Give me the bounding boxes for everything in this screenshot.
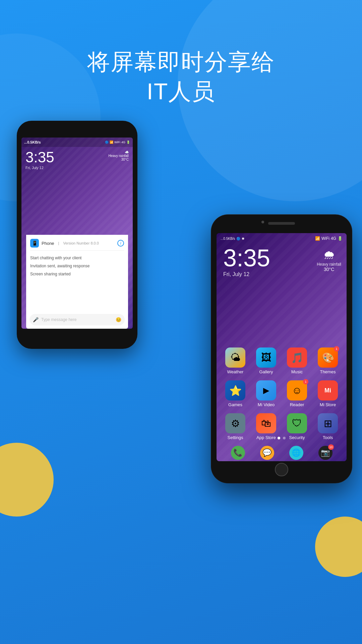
front-app-settings[interactable]: ⚙ Settings (222, 413, 249, 440)
front-gallery-label: Gallery (259, 369, 273, 374)
phone-back-statusbar: ...0.5KB/s 🔵 📶 WiFi 4G 🔋 (21, 138, 133, 147)
chat-input-placeholder: Type message here (41, 317, 113, 322)
phone-back-screen: ...0.5KB/s 🔵 📶 WiFi 4G 🔋 3:35 Fri, July … (21, 138, 133, 329)
battery-icon: 🔋 (338, 236, 343, 241)
front-gallery-icon: 🖼 (256, 347, 276, 368)
front-app-gallery[interactable]: 🖼 Gallery (253, 347, 280, 374)
front-weather-icon: 🌧 (317, 248, 341, 262)
chat-app-name: Phone (42, 241, 54, 246)
back-clock-time: 3:35 (25, 149, 54, 166)
front-weather-temp: 30°C (317, 267, 341, 272)
back-weather-temp: 30°C (108, 158, 129, 161)
front-appstore-icon: 🛍 (256, 413, 276, 433)
chat-msg-3: Screen sharing started (30, 270, 124, 278)
phone-back-weather: ☁️ Heavy rainfall 30°C (108, 150, 129, 161)
front-themes-badge: 1 (334, 346, 339, 352)
chat-app-icon: 📱 (30, 239, 39, 248)
back-status-icons: 🔵 📶 WiFi 4G 🔋 (105, 141, 130, 144)
headline: 将屏幕即时分享给 IT人员 (0, 47, 362, 106)
front-weather-app-icon: 🌤 (225, 347, 245, 368)
chat-info-icon[interactable]: i (117, 240, 124, 247)
front-weather-desc: Heavy rainfall (317, 262, 341, 267)
front-mivideo-icon: ▶ (256, 380, 276, 400)
front-reader-label: Reader (290, 402, 304, 407)
headline-line1: 将屏幕即时分享给 (0, 47, 362, 76)
front-music-icon: 🎵 (287, 347, 307, 368)
front-tools-icon: ⊞ (318, 413, 338, 433)
chat-input-bar[interactable]: 🎤 Type message here 😊 (29, 314, 125, 325)
back-clock-date: Fri, July 12 (25, 166, 54, 170)
front-app-security[interactable]: 🛡 Security (284, 413, 310, 440)
back-weather-desc: Heavy rainfall (108, 154, 129, 158)
front-settings-icon: ⚙ (225, 413, 245, 433)
chat-version-label: Version Number 8.0.0 (63, 241, 99, 245)
front-app-row-2: ⭐ Games ▶ Mi Video ☺ 1 Reader Mi Mi Stor (220, 380, 343, 407)
front-app-tools[interactable]: ⊞ Tools (314, 413, 341, 440)
front-weather-app-label: Weather (227, 369, 244, 374)
back-status-speed: ...0.5KB/s (24, 140, 41, 144)
front-bottom-phone[interactable]: 📞 (231, 446, 245, 460)
front-games-label: Games (228, 402, 242, 407)
front-reader-icon: ☺ 1 (287, 380, 307, 400)
mic-icon: 🎤 (33, 317, 39, 322)
phone-front-clock: 3:35 Fri, July 12 (223, 246, 270, 277)
front-home-button[interactable] (275, 463, 288, 476)
front-themes-icon: 🎨 1 (318, 347, 338, 368)
front-bottom-messages[interactable]: 💬 (260, 446, 274, 460)
phone-front-statusbar: ...0.5KB/s 🔵 ✱ 📶 WiFi 4G 🔋 (217, 233, 347, 244)
chat-msg-2: Invitation sent, awaiting response (30, 262, 124, 270)
front-status-right: 📶 WiFi 4G 🔋 (315, 236, 343, 241)
page-dots (217, 437, 347, 439)
front-reader-badge: 1 (303, 379, 308, 384)
phone-front-weather: 🌧 Heavy rainfall 30°C (317, 248, 341, 272)
wifi-icon: WiFi (321, 236, 329, 241)
front-clock-date: Fri, July 12 (223, 271, 270, 277)
front-app-games[interactable]: ⭐ Games (222, 380, 249, 407)
front-mistore-label: Mi Store (320, 402, 336, 407)
front-app-themes[interactable]: 🎨 1 Themes (314, 347, 341, 374)
front-speaker (268, 222, 295, 225)
front-themes-label: Themes (320, 369, 336, 374)
chat-header: 📱 Phone | Version Number 8.0.0 i (30, 239, 124, 251)
front-app-mistore[interactable]: Mi Mi Store (314, 380, 341, 407)
phone-back-clock: 3:35 Fri, July 12 (25, 149, 54, 170)
front-app-mivideo[interactable]: ▶ Mi Video (253, 380, 280, 407)
front-clock-time: 3:35 (223, 246, 270, 270)
page-dot-1 (278, 437, 280, 439)
phone-back: ...0.5KB/s 🔵 📶 WiFi 4G 🔋 3:35 Fri, July … (17, 121, 137, 349)
headline-line2: IT人员 (0, 76, 362, 106)
chat-panel: 📱 Phone | Version Number 8.0.0 i Start c… (26, 235, 128, 329)
front-camera-badge: 10 (328, 444, 334, 450)
chat-msg-1: Start chatting with your client (30, 254, 124, 262)
phone-front: ...0.5KB/s 🔵 ✱ 📶 WiFi 4G 🔋 3:35 Fri, Jul… (211, 215, 352, 483)
front-app-music[interactable]: 🎵 Music (284, 347, 310, 374)
chat-messages: Start chatting with your client Invitati… (30, 254, 124, 278)
front-camera (261, 221, 264, 223)
front-app-row-1: 🌤 Weather 🖼 Gallery 🎵 Music 🎨 1 Them (220, 347, 343, 374)
front-app-weather[interactable]: 🌤 Weather (222, 347, 249, 374)
front-status-left: ...0.5KB/s 🔵 ✱ (221, 237, 244, 240)
front-mistore-icon: Mi (318, 380, 338, 400)
front-music-label: Music (291, 369, 303, 374)
front-mivideo-label: Mi Video (258, 402, 275, 407)
phone-front-screen: ...0.5KB/s 🔵 ✱ 📶 WiFi 4G 🔋 3:35 Fri, Jul… (217, 233, 347, 461)
back-weather-icon: ☁️ (108, 150, 129, 154)
send-icon: 😊 (116, 317, 121, 322)
front-bottom-browser[interactable]: 🌐 (289, 446, 303, 460)
network-icon: 4G (331, 236, 336, 241)
front-app-reader[interactable]: ☺ 1 Reader (284, 380, 310, 407)
front-app-row-3: ⚙ Settings 🛍 App Store 🛡 Security ⊞ Tool… (220, 413, 343, 440)
chat-version-separator: | (58, 241, 59, 245)
front-app-appstore[interactable]: 🛍 App Store (253, 413, 280, 440)
signal-icon: 📶 (315, 236, 320, 241)
front-bottom-camera[interactable]: 📷 10 (318, 446, 333, 460)
front-games-icon: ⭐ (225, 380, 245, 400)
front-security-icon: 🛡 (287, 413, 307, 433)
front-bottom-bar: 📞 💬 🌐 📷 10 (217, 444, 347, 461)
front-apps: 🌤 Weather 🖼 Gallery 🎵 Music 🎨 1 Them (217, 347, 347, 446)
page-dot-2 (283, 437, 286, 439)
